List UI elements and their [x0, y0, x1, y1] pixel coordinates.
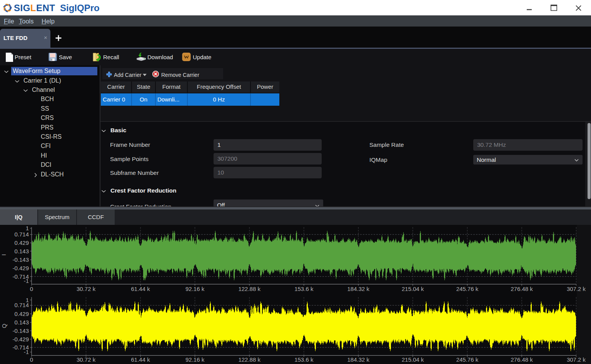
- svg-text:0.714: 0.714: [14, 231, 29, 238]
- svg-text:I: I: [0, 254, 7, 256]
- svg-text:-0.143: -0.143: [12, 327, 29, 334]
- svg-text:122.88 k: 122.88 k: [238, 356, 260, 363]
- svg-text:0: 0: [30, 356, 33, 363]
- svg-text:276.48 k: 276.48 k: [511, 356, 533, 363]
- svg-text:0.429: 0.429: [14, 311, 29, 317]
- svg-text:153.6 k: 153.6 k: [294, 356, 314, 363]
- svg-text:30.72 k: 30.72 k: [77, 286, 96, 292]
- svg-text:0: 0: [30, 286, 33, 292]
- svg-text:30.72 k: 30.72 k: [77, 356, 96, 363]
- svg-text:61.44 k: 61.44 k: [131, 286, 150, 292]
- svg-text:122.88 k: 122.88 k: [238, 286, 260, 292]
- svg-text:307.2 k: 307.2 k: [567, 356, 586, 363]
- svg-text:307.2 k: 307.2 k: [567, 286, 586, 292]
- svg-text:245.76 k: 245.76 k: [456, 286, 479, 292]
- svg-text:-0.429: -0.429: [12, 265, 29, 271]
- svg-text:0.143: 0.143: [14, 319, 29, 326]
- svg-text:61.44 k: 61.44 k: [131, 356, 150, 363]
- svg-text:1: 1: [26, 225, 29, 231]
- svg-text:245.76 k: 245.76 k: [456, 356, 479, 363]
- svg-text:-0.143: -0.143: [12, 256, 29, 263]
- svg-text:215.04 k: 215.04 k: [402, 286, 424, 292]
- svg-text:0.429: 0.429: [14, 239, 29, 246]
- svg-text:92.16 k: 92.16 k: [185, 286, 205, 292]
- svg-text:184.32 k: 184.32 k: [347, 356, 370, 363]
- svg-text:153.6 k: 153.6 k: [294, 286, 314, 292]
- svg-text:-0.429: -0.429: [12, 336, 29, 342]
- svg-text:92.16 k: 92.16 k: [185, 356, 205, 363]
- svg-text:215.04 k: 215.04 k: [402, 356, 424, 363]
- svg-text:0.714: 0.714: [14, 302, 29, 308]
- svg-text:0.143: 0.143: [14, 248, 29, 254]
- svg-text:-1: -1: [24, 278, 29, 284]
- svg-text:Q: Q: [1, 324, 7, 328]
- svg-text:-1: -1: [24, 349, 29, 355]
- svg-text:276.48 k: 276.48 k: [511, 286, 533, 292]
- svg-text:184.32 k: 184.32 k: [347, 286, 370, 292]
